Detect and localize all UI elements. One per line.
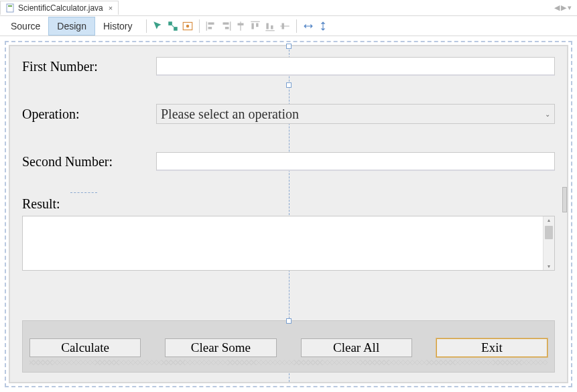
calculate-button[interactable]: Calculate <box>29 338 141 357</box>
toolbar-group-resize <box>302 20 329 32</box>
svg-rect-22 <box>281 23 283 29</box>
scroll-down-icon[interactable]: ▾ <box>543 263 554 269</box>
chevron-down-icon: ⌄ <box>545 111 550 118</box>
selection-mode-icon[interactable] <box>152 20 164 32</box>
align-bottom-icon[interactable] <box>264 20 276 32</box>
toolbar-separator-3 <box>296 19 297 33</box>
resize-v-icon[interactable] <box>317 20 329 32</box>
svg-rect-1 <box>8 5 12 7</box>
file-tab[interactable]: ScientificCalculator.java × <box>0 1 119 15</box>
toolbar-separator-2 <box>199 19 200 33</box>
align-right-icon[interactable] <box>220 20 232 32</box>
svg-rect-19 <box>266 23 268 29</box>
view-tab-source[interactable]: Source <box>3 17 48 35</box>
view-bar: Source Design History <box>0 16 577 36</box>
operation-label[interactable]: Operation: <box>22 107 156 122</box>
button-row: Calculate Clear Some Clear All Exit <box>29 338 548 357</box>
svg-line-4 <box>172 25 173 26</box>
resize-h-icon[interactable] <box>302 20 314 32</box>
svg-rect-3 <box>174 27 178 31</box>
first-number-label[interactable]: First Number: <box>22 59 156 74</box>
resize-handle-top[interactable] <box>286 44 292 49</box>
file-tab-title: ScientificCalculator.java <box>18 3 103 13</box>
row-result: Result: ▴ ▾ <box>22 196 555 271</box>
result-textarea-body <box>23 216 543 270</box>
resize-handle-right[interactable] <box>562 187 567 212</box>
second-number-input[interactable] <box>156 152 555 171</box>
connection-mode-icon[interactable] <box>167 20 179 32</box>
layout-spring-indicator <box>29 360 548 365</box>
button-panel[interactable]: Calculate Clear Some Clear All Exit <box>22 320 555 373</box>
row-first-number: First Number: <box>22 57 555 76</box>
row-operation: Operation: Please select an operation ⌄ <box>22 104 555 124</box>
result-label[interactable]: Result: <box>22 196 156 212</box>
editor-header: ScientificCalculator.java × ◀ ▶ ▾ <box>0 0 577 16</box>
operation-combobox[interactable]: Please select an operation ⌄ <box>156 104 555 124</box>
svg-rect-16 <box>251 23 253 29</box>
svg-rect-9 <box>208 27 212 29</box>
view-tab-design[interactable]: Design <box>48 17 95 36</box>
nav-next-icon[interactable]: ▶ <box>561 3 566 12</box>
nav-menu-icon[interactable]: ▾ <box>568 3 572 12</box>
scrollbar-vertical[interactable]: ▴ ▾ <box>543 216 554 270</box>
close-icon[interactable]: × <box>109 4 113 12</box>
java-file-icon <box>6 3 15 13</box>
result-textarea[interactable]: ▴ ▾ <box>22 216 555 271</box>
row-second-number: Second Number: <box>22 152 555 171</box>
view-tab-history[interactable]: History <box>95 17 141 35</box>
svg-rect-12 <box>225 27 229 29</box>
align-top-icon[interactable] <box>249 20 261 32</box>
alignment-guide-h1 <box>70 192 97 193</box>
toolbar-group-align <box>205 20 291 32</box>
scroll-thumb[interactable] <box>545 226 553 239</box>
design-selection-outline: First Number: Operation: Please select a… <box>5 41 572 387</box>
svg-rect-8 <box>208 22 214 24</box>
tab-nav-arrows: ◀ ▶ ▾ <box>554 3 577 12</box>
align-left-icon[interactable] <box>205 20 217 32</box>
svg-rect-14 <box>237 23 243 25</box>
exit-button[interactable]: Exit <box>436 338 548 357</box>
toolbar-separator <box>146 19 147 33</box>
svg-rect-11 <box>222 22 229 24</box>
nav-prev-icon[interactable]: ◀ <box>554 3 560 12</box>
preview-icon[interactable] <box>182 20 194 32</box>
anchor-handle[interactable] <box>286 82 292 88</box>
svg-rect-20 <box>271 25 273 29</box>
svg-rect-0 <box>7 4 13 12</box>
clear-all-button[interactable]: Clear All <box>301 338 412 357</box>
svg-rect-2 <box>168 21 172 25</box>
svg-rect-17 <box>256 23 258 27</box>
design-surface: First Number: Operation: Please select a… <box>0 36 577 392</box>
toolbar-group-1 <box>152 20 194 32</box>
jframe-design[interactable]: First Number: Operation: Please select a… <box>9 45 568 383</box>
panel-handle-top[interactable] <box>286 318 292 324</box>
operation-combobox-value: Please select an operation <box>161 107 299 122</box>
second-number-label[interactable]: Second Number: <box>22 154 156 170</box>
clear-some-button[interactable]: Clear Some <box>165 338 276 357</box>
align-center-v-icon[interactable] <box>279 20 291 32</box>
svg-point-6 <box>186 24 189 27</box>
first-number-input[interactable] <box>156 57 555 76</box>
align-center-h-icon[interactable] <box>235 20 247 32</box>
scroll-up-icon[interactable]: ▴ <box>543 217 554 223</box>
